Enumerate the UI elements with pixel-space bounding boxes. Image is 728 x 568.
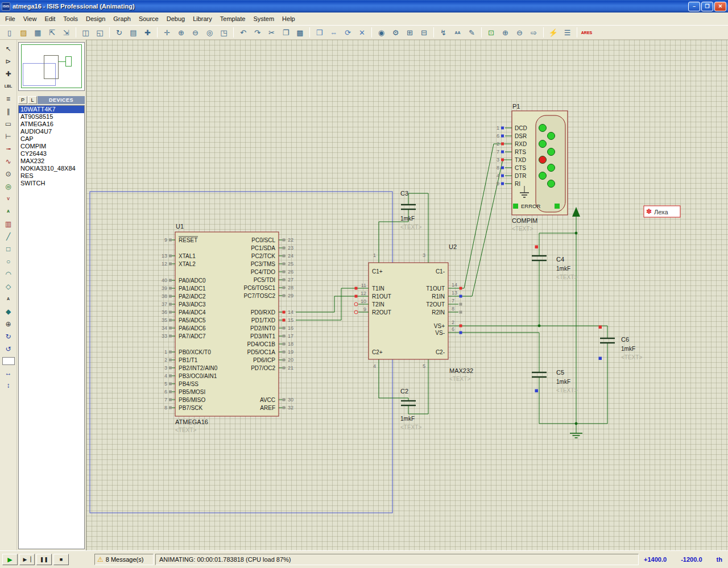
wire-label-mode-icon[interactable]: LBL bbox=[2, 80, 15, 92]
power-terminal-icon[interactable] bbox=[572, 207, 580, 217]
mirror-horizontal-icon[interactable]: ↔ bbox=[2, 367, 15, 379]
copy-icon[interactable]: ❐ bbox=[279, 27, 292, 38]
new-design-icon[interactable]: ▯ bbox=[3, 27, 16, 38]
device-list-item[interactable]: NOKIA3310_48X84 bbox=[19, 165, 84, 172]
false-origin-icon[interactable]: ✚ bbox=[141, 27, 154, 38]
device-list-item[interactable]: CAP bbox=[19, 135, 84, 143]
undo-icon[interactable]: ↶ bbox=[237, 27, 250, 38]
mark-output-area-icon[interactable]: ◱ bbox=[93, 27, 106, 38]
wire[interactable] bbox=[296, 288, 358, 320]
netlist-to-ares-icon[interactable]: ARES bbox=[580, 27, 593, 38]
wire[interactable] bbox=[458, 160, 505, 296]
overview-minimap[interactable] bbox=[18, 42, 85, 91]
paste-icon[interactable]: ▩ bbox=[293, 27, 307, 38]
schematic-canvas[interactable]: U1ATMEGA16<TEXT>9RESET13XTAL112XTAL240PA… bbox=[86, 40, 728, 550]
wire[interactable] bbox=[408, 370, 428, 414]
toggle-grid-icon[interactable]: ▤ bbox=[127, 27, 140, 38]
generator-mode-icon[interactable]: ◎ bbox=[2, 180, 15, 192]
text-tool-icon[interactable]: A bbox=[2, 293, 15, 305]
wire[interactable] bbox=[408, 193, 428, 252]
device-list-item[interactable]: COMPIM bbox=[19, 143, 84, 150]
selection-mode-icon[interactable]: ↖ bbox=[2, 43, 15, 55]
arc-tool-icon[interactable]: ◠ bbox=[2, 268, 15, 280]
terminal-mode-icon[interactable]: ⊢ bbox=[2, 130, 15, 142]
new-sheet-icon[interactable]: ⊕ bbox=[499, 27, 512, 38]
rotate-cw-icon[interactable]: ↻ bbox=[2, 330, 15, 342]
wire[interactable] bbox=[539, 233, 576, 256]
design-explorer-icon[interactable]: ⊡ bbox=[485, 27, 498, 38]
rotation-angle-box[interactable] bbox=[2, 357, 15, 365]
device-pin-mode-icon[interactable]: ╼ bbox=[2, 143, 15, 155]
goto-sheet-icon[interactable]: ⇨ bbox=[527, 27, 540, 38]
decompose-icon[interactable]: ⊟ bbox=[417, 27, 431, 38]
library-button[interactable]: L bbox=[28, 96, 37, 104]
message-panel[interactable]: ⚠ 8 Message(s) bbox=[94, 554, 154, 565]
close-button[interactable]: ✕ bbox=[714, 2, 726, 11]
menu-template[interactable]: Template bbox=[216, 14, 250, 24]
junction-dot-mode-icon[interactable]: ✚ bbox=[2, 68, 15, 80]
zoom-all-icon[interactable]: ◎ bbox=[203, 27, 216, 38]
device-list-item[interactable]: ATMEGA16 bbox=[19, 121, 84, 128]
box-tool-icon[interactable]: □ bbox=[2, 243, 15, 255]
menu-graph[interactable]: Graph bbox=[109, 14, 135, 24]
zoom-area-icon[interactable]: ◳ bbox=[217, 27, 230, 38]
pick-device-icon[interactable]: ◉ bbox=[375, 27, 388, 38]
wire[interactable] bbox=[458, 333, 539, 372]
minimize-button[interactable]: – bbox=[688, 2, 700, 11]
device-list-item[interactable]: RES bbox=[19, 172, 84, 180]
text-script-mode-icon[interactable]: ≡ bbox=[2, 93, 15, 105]
menu-file[interactable]: File bbox=[1, 14, 19, 24]
play-button[interactable]: ▶ bbox=[2, 554, 18, 565]
block-delete-icon[interactable]: ✕ bbox=[355, 27, 369, 38]
menu-debug[interactable]: Debug bbox=[163, 14, 189, 24]
pause-button[interactable]: ❚❚ bbox=[36, 554, 52, 565]
step-button[interactable]: ▶▕ bbox=[19, 554, 35, 565]
path-tool-icon[interactable]: ◇ bbox=[2, 280, 15, 292]
graph-mode-icon[interactable]: ∿ bbox=[2, 155, 15, 167]
menu-system[interactable]: System bbox=[249, 14, 278, 24]
menu-tools[interactable]: Tools bbox=[59, 14, 82, 24]
make-device-icon[interactable]: ⚙ bbox=[389, 27, 402, 38]
block-copy-icon[interactable]: ❒ bbox=[313, 27, 326, 38]
menu-library[interactable]: Library bbox=[189, 14, 216, 24]
print-design-icon[interactable]: ◫ bbox=[79, 27, 92, 38]
save-design-icon[interactable]: ▦ bbox=[31, 27, 44, 38]
marker-tool-icon[interactable]: ⊕ bbox=[2, 318, 15, 330]
zoom-in-icon[interactable]: ⊕ bbox=[175, 27, 188, 38]
subcircuit-mode-icon[interactable]: ▭ bbox=[2, 118, 15, 130]
device-list-item[interactable]: CY26443 bbox=[19, 150, 84, 157]
netlist-compiler-icon[interactable]: ☰ bbox=[561, 27, 574, 38]
packaging-tool-icon[interactable]: ⊞ bbox=[403, 27, 416, 38]
menu-source[interactable]: Source bbox=[135, 14, 163, 24]
import-section-icon[interactable]: ⇱ bbox=[46, 27, 59, 38]
voltage-probe-mode-icon[interactable]: V bbox=[2, 193, 15, 205]
stop-button[interactable]: ■ bbox=[53, 554, 69, 565]
menu-help[interactable]: Help bbox=[278, 14, 299, 24]
component-mode-icon[interactable]: ⊳ bbox=[2, 55, 15, 67]
redraw-icon[interactable]: ↻ bbox=[113, 27, 126, 38]
zoom-out-icon[interactable]: ⊖ bbox=[189, 27, 202, 38]
open-design-icon[interactable]: ▨ bbox=[17, 27, 30, 38]
wire-autorouter-icon[interactable]: ↯ bbox=[437, 27, 450, 38]
mirror-vertical-icon[interactable]: ↕ bbox=[2, 379, 15, 391]
device-list-item[interactable]: 10WATT4K7 bbox=[19, 106, 84, 113]
device-list-item[interactable]: AUDIO4U7 bbox=[19, 128, 84, 135]
menu-design[interactable]: Design bbox=[82, 14, 109, 24]
symbol-tool-icon[interactable]: ◆ bbox=[2, 305, 15, 317]
property-assignment-icon[interactable]: ✎ bbox=[465, 27, 478, 38]
rotate-ccw-icon[interactable]: ↺ bbox=[2, 343, 15, 355]
current-probe-mode-icon[interactable]: A bbox=[2, 205, 15, 217]
export-section-icon[interactable]: ⇲ bbox=[60, 27, 73, 38]
menu-edit[interactable]: Edit bbox=[40, 14, 59, 24]
block-move-icon[interactable]: ⇔ bbox=[327, 27, 340, 38]
virtual-instruments-mode-icon[interactable]: ▥ bbox=[2, 218, 15, 230]
wire[interactable] bbox=[379, 370, 408, 401]
remove-sheet-icon[interactable]: ⊖ bbox=[513, 27, 526, 38]
electrical-rule-check-icon[interactable]: ⚡ bbox=[547, 27, 560, 38]
restore-button[interactable]: ❐ bbox=[701, 2, 713, 11]
pan-icon[interactable]: ✛ bbox=[160, 27, 173, 38]
device-list-item[interactable]: AT90S8515 bbox=[19, 113, 84, 121]
menu-view[interactable]: View bbox=[19, 14, 41, 24]
wire[interactable] bbox=[296, 296, 358, 312]
circle-tool-icon[interactable]: ○ bbox=[2, 255, 15, 267]
